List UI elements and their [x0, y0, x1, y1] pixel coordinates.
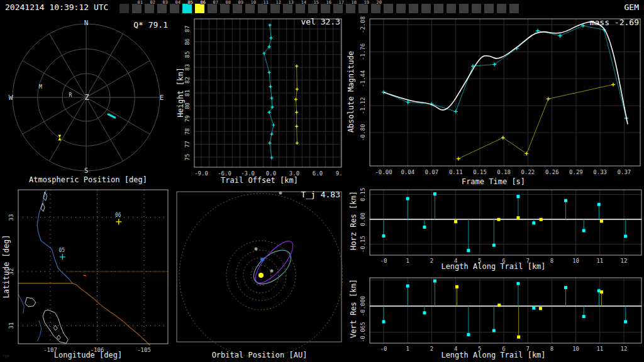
mag-x-axis-label: Frame Time [s]	[343, 177, 644, 186]
camera-box-label: 04	[175, 0, 180, 5]
svg-text:0.18: 0.18	[497, 169, 511, 175]
camera-box[interactable]	[509, 4, 519, 13]
series-smoothed-fit	[384, 22, 628, 124]
svg-text:Z: Z	[84, 93, 89, 102]
svg-text:06: 06	[115, 212, 121, 218]
camera-box-03[interactable]: 03	[157, 4, 167, 13]
camera-box[interactable]	[459, 4, 469, 13]
svg-text:-0.80: -0.80	[360, 124, 366, 141]
camera-box[interactable]	[396, 4, 406, 13]
camera-box-label: 13	[289, 0, 294, 5]
camera-box-06[interactable]: 06	[195, 4, 204, 13]
svg-text:-0.15: -0.15	[360, 236, 366, 253]
camera-box-label: 08	[226, 0, 231, 5]
camera-box-label: 17	[339, 0, 344, 5]
svg-text:N: N	[84, 19, 89, 27]
feature-segment-orange	[84, 275, 86, 276]
camera-box-20[interactable]: 20	[371, 4, 380, 13]
horz-res-plot: -012456781011120.150.00-0.15	[343, 186, 644, 274]
mag-y-axis-label: Absolute Magnitude	[347, 23, 355, 161]
svg-text:87: 87	[184, 26, 191, 33]
svg-text:-0.000: -0.000	[360, 296, 366, 317]
camera-box[interactable]	[434, 4, 443, 13]
camera-box-09[interactable]: 09	[233, 4, 242, 13]
trail-offset-plot: -9.0-6.0-3.00.03.06.09.08786858382818079…	[176, 15, 343, 186]
series-camera-05	[382, 280, 628, 336]
svg-text:86: 86	[184, 38, 191, 45]
station-markers: 0506	[59, 212, 122, 260]
feature-contour-d	[43, 310, 68, 343]
map-y-axis-label: Latitude [deg]	[2, 197, 11, 336]
camera-box-label: 06	[201, 0, 206, 5]
camera-box[interactable]	[421, 4, 431, 13]
svg-text:0.33: 0.33	[593, 169, 607, 175]
trail-grid	[194, 19, 341, 167]
camera-box[interactable]	[497, 4, 506, 13]
camera-box[interactable]	[119, 4, 129, 13]
svg-text:M: M	[39, 84, 42, 90]
svg-text:-2.08: -2.08	[360, 16, 366, 33]
svg-text:0.11: 0.11	[449, 169, 463, 175]
camera-box-08[interactable]: 08	[220, 4, 230, 13]
ground-track-map: -107-106-1053332310506	[0, 186, 176, 362]
camera-box[interactable]	[484, 4, 494, 13]
feature-contour-d-inner2	[57, 336, 60, 340]
svg-text:05: 05	[59, 248, 65, 253]
camera-box-12[interactable]: 12	[270, 4, 280, 13]
camera-box-07[interactable]: 07	[208, 4, 217, 13]
vert-x-axis-label: Length Along Trail [km]	[343, 351, 644, 359]
horz-y-axis-label: Horz Res [km]	[349, 177, 358, 265]
camera-box-10[interactable]: 10	[245, 4, 255, 13]
light-curve-plot: -0.000.040.070.110.150.180.220.260.290.3…	[343, 15, 644, 186]
camera-box-label: 20	[377, 0, 382, 5]
camera-box-19[interactable]: 19	[358, 4, 368, 13]
svg-text:83: 83	[184, 64, 191, 71]
camera-box-02[interactable]: 02	[145, 4, 154, 13]
meteoroid-orbits	[248, 236, 299, 290]
svg-text:81: 81	[184, 90, 191, 97]
light-curve-panel: -0.000.040.070.110.150.180.220.260.290.3…	[343, 15, 644, 186]
camera-box-04[interactable]: 04	[170, 4, 179, 13]
feature-contour-c	[25, 297, 36, 307]
camera-box-17[interactable]: 17	[333, 4, 343, 13]
camera-box[interactable]	[472, 4, 481, 13]
camera-box[interactable]	[384, 4, 393, 13]
feature-border-rio-grande	[72, 283, 150, 345]
series-camera-05	[262, 23, 275, 159]
camera-box-14[interactable]: 14	[296, 4, 305, 13]
camera-box[interactable]	[447, 4, 456, 13]
camera-box[interactable]	[409, 4, 418, 13]
orbit-diagram	[176, 186, 343, 362]
svg-text:0.29: 0.29	[569, 169, 583, 175]
svg-text:R: R	[69, 92, 72, 98]
mass-stat: mass -2.69	[590, 18, 639, 27]
camera-box-11[interactable]: 11	[258, 4, 267, 13]
camera-box-label: 19	[364, 0, 369, 5]
svg-text:0.26: 0.26	[545, 169, 559, 175]
svg-text:85: 85	[184, 51, 191, 58]
horizontal-residuals-panel: -012456781011120.150.00-0.15 Horz Res [k…	[343, 186, 644, 274]
trail-x-axis-label: Trail Offset [km]	[176, 176, 343, 185]
atmospheric-position-panel: NSWEZMR Q* 79.1 Atmospheric Position [de…	[0, 15, 176, 186]
camera-box-label: 14	[301, 0, 306, 5]
feature-stream-a	[18, 295, 24, 313]
trail-offset-panel: -9.0-6.0-3.00.03.06.09.08786858382818079…	[176, 15, 343, 186]
status-bar: 20241214 10:39:12 UTC 010203040506070809…	[0, 0, 644, 15]
camera-box-13[interactable]: 13	[283, 4, 292, 13]
camera-indicator-row: 0102030405060708091011121314151617181920	[119, 4, 522, 13]
watermark: rgw	[3, 353, 9, 358]
svg-text:-0.00: -0.00	[375, 169, 392, 175]
camera-box-18[interactable]: 18	[346, 4, 355, 13]
camera-box-15[interactable]: 15	[308, 4, 318, 13]
mag-tick-labels: -0.000.040.070.110.150.180.220.260.290.3…	[360, 16, 631, 175]
camera-box-16[interactable]: 16	[321, 4, 330, 13]
earth-dot	[260, 258, 264, 261]
camera-box-label: 01	[138, 0, 143, 5]
camera-box-05[interactable]: 05	[182, 4, 192, 13]
camera-box-01[interactable]: 01	[132, 4, 142, 13]
meteor-streak	[108, 114, 115, 118]
map-x-axis-label: Longitude [deg]	[0, 351, 176, 359]
series-camera-06	[457, 83, 615, 161]
camera-box-label: 07	[213, 0, 218, 5]
camera-box-label: 11	[264, 0, 269, 5]
